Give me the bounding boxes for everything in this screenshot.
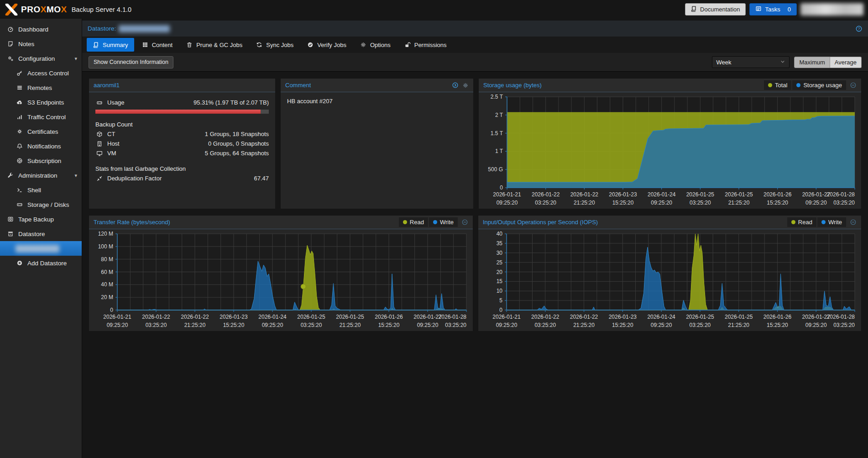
svg-text:2026-01-25: 2026-01-25	[686, 191, 715, 198]
sidebar-item-traffic-control[interactable]: Traffic Control	[0, 110, 82, 124]
sidebar-item-label: Dashboard	[18, 26, 48, 33]
sidebar-item-label: Certificates	[27, 128, 58, 135]
sidebar-item-configuration[interactable]: Configuration▾	[0, 51, 82, 66]
legend-dot	[796, 83, 800, 87]
book-icon	[93, 42, 99, 48]
svg-text:2026-01-27: 2026-01-27	[802, 314, 831, 320]
tab-prune-gc-jobs[interactable]: Prune & GC Jobs	[180, 38, 248, 52]
unlock-icon	[404, 42, 411, 48]
svg-text:?: ?	[858, 26, 860, 31]
legend-item-total[interactable]: Total	[764, 80, 791, 90]
average-toggle-button[interactable]: Average	[830, 57, 862, 68]
svg-text:20 M: 20 M	[101, 294, 113, 300]
tab-content[interactable]: Content	[136, 38, 179, 52]
sidebar-item-add-datastore[interactable]: Add Datastore	[0, 256, 82, 270]
svg-text:0: 0	[500, 184, 503, 191]
legend-item-write[interactable]: Write	[817, 217, 846, 227]
key-icon	[16, 70, 23, 76]
tab-permissions[interactable]: Permissions	[398, 38, 453, 52]
tab-verify-jobs[interactable]: Verify Jobs	[301, 38, 352, 52]
legend-item-storage-usage[interactable]: Storage usage	[792, 80, 846, 90]
svg-text:2026-01-28: 2026-01-28	[827, 191, 855, 198]
legend-item-read[interactable]: Read	[787, 217, 816, 227]
svg-text:03:25:20: 03:25:20	[833, 322, 855, 328]
svg-text:09:25:20: 09:25:20	[497, 200, 518, 206]
tab-options[interactable]: Options	[354, 38, 397, 52]
chevron-down-icon[interactable]: ▾	[74, 173, 77, 179]
svg-text:2026-01-28: 2026-01-28	[439, 314, 467, 320]
svg-text:10: 10	[497, 288, 503, 294]
tasks-button[interactable]: Tasks 0	[749, 3, 797, 16]
legend-dot	[821, 220, 826, 224]
svg-text:15:25:20: 15:25:20	[767, 200, 788, 206]
minus-circle-icon[interactable]	[850, 219, 857, 226]
sidebar-item-label: Tape Backup	[18, 216, 54, 223]
arrow-circle-right-icon[interactable]	[452, 82, 459, 89]
plus-circle-icon	[16, 260, 23, 266]
sidebar-item-subscription[interactable]: Subscription	[0, 153, 82, 168]
app-version-subtitle: Backup Server 4.1.0	[72, 6, 131, 13]
svg-text:15:25:20: 15:25:20	[223, 322, 245, 328]
minus-circle-icon[interactable]	[461, 219, 468, 226]
sidebar-item-label: Configuration	[18, 55, 55, 62]
dedup-value: 67.47	[254, 175, 269, 182]
sidebar-item-dashboard[interactable]: Dashboard	[0, 22, 82, 37]
sidebar-item-remotes[interactable]: Remotes	[0, 80, 82, 95]
svg-text:03:25:20: 03:25:20	[690, 322, 711, 328]
sidebar-item-administration[interactable]: Administration▾	[0, 168, 82, 183]
chevron-down-icon[interactable]: ▾	[74, 56, 77, 62]
maximum-toggle-button[interactable]: Maximum	[794, 57, 830, 68]
show-connection-info-button[interactable]: Show Connection Information	[89, 56, 173, 68]
tachometer-icon	[6, 26, 14, 32]
redacted-user-menu[interactable]	[800, 3, 863, 16]
help-icon[interactable]: ?	[855, 25, 863, 32]
transfer-rate-title: Transfer Rate (bytes/second)	[94, 219, 170, 226]
sidebar-item-datastore[interactable]: Datastore	[0, 226, 82, 241]
svg-text:2026-01-22: 2026-01-22	[570, 191, 599, 198]
backup-count-heading: Backup Count	[95, 121, 269, 128]
sidebar-item-storage-disks[interactable]: Storage / Disks	[0, 197, 82, 212]
svg-text:30: 30	[497, 250, 503, 256]
tab-label: Sync Jobs	[266, 42, 293, 48]
svg-text:09:25:20: 09:25:20	[805, 322, 827, 328]
svg-text:21:25:20: 21:25:20	[573, 322, 595, 328]
tab-summary[interactable]: Summary	[87, 38, 134, 52]
tab-label: Summary	[103, 42, 128, 48]
sidebar-item-shell[interactable]: Shell	[0, 183, 82, 197]
sync-icon	[256, 42, 262, 48]
tab-label: Verify Jobs	[317, 42, 346, 48]
summary-content: aaronmil1 Usage 95.31% (1.97 TB of 2.07 …	[82, 72, 868, 458]
hdd-icon	[16, 201, 23, 208]
legend-item-read[interactable]: Read	[399, 217, 428, 227]
svg-text:03:25:20: 03:25:20	[535, 200, 556, 206]
sidebar-item-certificates[interactable]: Certificates	[0, 124, 82, 139]
sidebar-item-label: Datastore	[18, 231, 45, 237]
sidebar-item-notes[interactable]: Notes	[0, 37, 82, 51]
gc-stats-heading: Stats from last Garbage Collection	[95, 165, 269, 172]
sidebar-item-selected-datastore[interactable]	[0, 241, 82, 256]
svg-text:09:25:20: 09:25:20	[417, 322, 439, 328]
svg-text:2026-01-27: 2026-01-27	[802, 191, 831, 198]
svg-text:03:25:20: 03:25:20	[534, 322, 556, 328]
svg-text:09:25:20: 09:25:20	[805, 200, 827, 206]
documentation-button[interactable]: Documentation	[685, 3, 745, 16]
svg-text:15:25:20: 15:25:20	[378, 322, 400, 328]
sidebar-item-s3-endpoints[interactable]: S3 Endpoints	[0, 95, 82, 110]
svg-text:15:25:20: 15:25:20	[767, 322, 788, 328]
svg-text:2026-01-25: 2026-01-25	[725, 314, 753, 320]
tab-sync-jobs[interactable]: Sync Jobs	[250, 38, 299, 52]
svg-text:2026-01-27: 2026-01-27	[413, 314, 442, 320]
datastore-icon	[6, 231, 14, 237]
gear-icon[interactable]	[462, 82, 469, 89]
sidebar-item-tape-backup[interactable]: Tape Backup	[0, 212, 82, 226]
sidebar-item-label: Notifications	[27, 143, 61, 150]
legend-item-write[interactable]: Write	[429, 217, 458, 227]
sidebar-item-notifications[interactable]: Notifications	[0, 139, 82, 153]
sidebar-item-access-control[interactable]: Access Control	[0, 66, 82, 80]
svg-text:0: 0	[110, 307, 113, 313]
time-range-select[interactable]: Week	[712, 56, 790, 68]
minus-circle-icon[interactable]	[850, 82, 857, 89]
backup-count-row-vm: VM5 Groups, 64 Snapshots	[95, 148, 269, 158]
lifering-icon	[16, 158, 23, 164]
note-icon	[6, 41, 14, 47]
